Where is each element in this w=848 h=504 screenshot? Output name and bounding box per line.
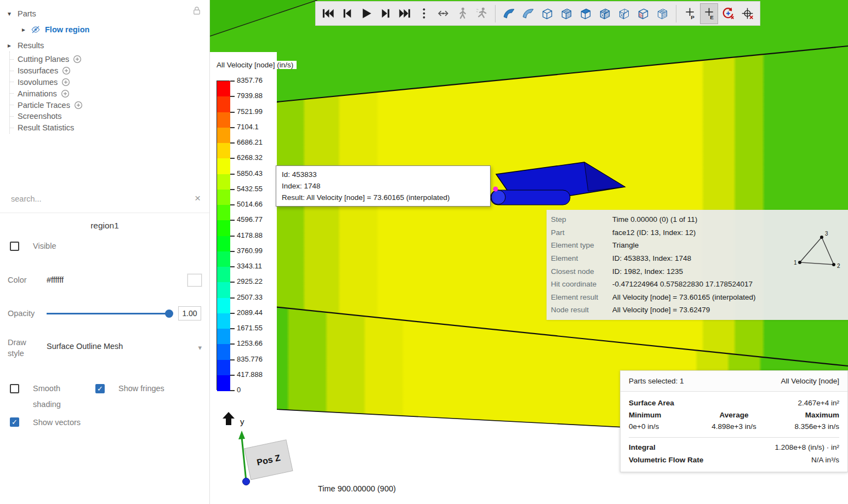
tree-item-screenshots[interactable]: Screenshots <box>10 111 209 122</box>
add-cutting-planes-button[interactable] <box>73 55 82 64</box>
svg-text:E: E <box>710 14 714 20</box>
step-forward-icon <box>379 7 392 20</box>
tree-item-particle-traces[interactable]: Particle Traces <box>10 99 209 111</box>
tree-node-parts[interactable]: ▾ Parts <box>0 7 209 20</box>
pick-element-e-button[interactable]: E <box>700 3 718 24</box>
origin-sphere <box>243 478 250 485</box>
opacity-slider-handle[interactable] <box>165 310 173 318</box>
tree-node-results[interactable]: ▸ Results <box>0 39 209 51</box>
chevron-right-icon[interactable]: ▸ <box>5 42 13 49</box>
draw-style-label: Draw style <box>8 337 47 359</box>
add-animations-button[interactable] <box>61 89 70 98</box>
tree-item-cutting-planes[interactable]: Cutting Planes <box>10 54 209 65</box>
legend-tick-mark <box>230 220 235 221</box>
toolbar-group-trace <box>434 3 491 24</box>
legend-bar <box>217 81 230 390</box>
visible-checkbox[interactable] <box>10 242 19 251</box>
pick-point-p-button[interactable]: P <box>681 3 699 24</box>
average-value: 4.898e+3 in/s <box>699 422 769 431</box>
legend-cell <box>217 128 230 144</box>
probe-label: Part <box>551 228 612 237</box>
statistics-panel: Parts selected: 1 All Velocity [node] Su… <box>620 370 848 472</box>
selected-part-title: region1 <box>0 213 209 231</box>
tree-item-label: Particle Traces <box>18 101 70 110</box>
eye-off-icon[interactable] <box>31 25 42 35</box>
tree-item-result-statistics[interactable]: Result Statistics <box>10 122 209 134</box>
show-fringes-checkbox[interactable]: ✓ <box>95 384 105 393</box>
show-vectors-row: ✓ Show vectors <box>0 415 209 430</box>
render-viewport[interactable]: PE All Velocity [node] (in/s) 8357.76793… <box>210 0 848 504</box>
legend-tick-label: 4596.77 <box>237 215 263 224</box>
view-box-cage-button[interactable] <box>653 3 671 24</box>
legend-tick-mark <box>230 359 235 360</box>
opacity-value-field[interactable]: 1.00 <box>178 306 201 320</box>
tree-item-isovolumes[interactable]: Isovolumes <box>10 77 209 88</box>
view-box-open-button[interactable] <box>538 3 556 24</box>
chevron-right-icon[interactable]: ▸ <box>20 26 27 33</box>
pick-tooltip: Id: 453833 Index: 1748 Result: All Veloc… <box>276 165 491 207</box>
add-isosurfaces-button[interactable] <box>62 66 71 75</box>
tree-item-animations[interactable]: Animations <box>10 88 209 99</box>
skip-end-button[interactable] <box>396 3 414 24</box>
show-vectors-checkbox[interactable]: ✓ <box>10 417 19 427</box>
view-flag-solid-button[interactable] <box>500 3 518 24</box>
color-swatch[interactable] <box>187 274 202 287</box>
toolbar-separator <box>495 5 496 22</box>
legend-tick-mark <box>230 189 235 190</box>
smooth-shading-label: Smooth shading <box>33 381 95 413</box>
view-box-red-mesh-button[interactable] <box>634 3 652 24</box>
lock-icon[interactable] <box>192 5 202 15</box>
view-box-cage-icon <box>656 7 669 20</box>
statistics-header: Parts selected: 1 All Velocity [node] <box>621 371 847 392</box>
draw-style-select[interactable]: Surface Outline Mesh <box>47 337 123 351</box>
tree-item-label: Screenshots <box>18 112 62 121</box>
legend-cell <box>217 375 230 391</box>
tree-node-flow-region[interactable]: ▸ Flow region <box>0 23 209 36</box>
tooltip-index: Index: 1748 <box>282 180 485 192</box>
view-flag-light-button[interactable] <box>519 3 537 24</box>
svg-text:3: 3 <box>825 231 828 237</box>
tree-item-label: Result Statistics <box>18 123 74 132</box>
legend-tick-mark <box>230 174 235 175</box>
probe-value: All Velocity [node] = 73.60165 (interpol… <box>612 293 756 301</box>
view-box-mesh-button[interactable] <box>596 3 614 24</box>
skip-start-button[interactable] <box>319 3 337 24</box>
add-isovolumes-button[interactable] <box>61 78 70 87</box>
statistics-body: Surface Area 2.467e+4 in² Minimum Averag… <box>621 392 847 472</box>
color-value-field[interactable]: #ffffff <box>47 276 64 284</box>
search-bar: × <box>0 191 209 213</box>
legend-cell <box>217 96 230 112</box>
axis-triad[interactable]: y Pos Z <box>214 393 310 492</box>
play-icon <box>360 7 373 20</box>
probe-value: ID: 453833, Index: 1748 <box>612 254 691 262</box>
play-button[interactable] <box>357 3 375 24</box>
pick-clear-button[interactable] <box>738 3 756 24</box>
opacity-label: Opacity <box>8 309 47 318</box>
view-box-solid-button[interactable] <box>577 3 595 24</box>
chevron-down-icon[interactable]: ▾ <box>198 337 202 352</box>
chevron-down-icon[interactable]: ▾ <box>5 10 13 18</box>
add-particle-traces-button[interactable] <box>74 101 83 110</box>
probe-label: Element result <box>551 293 612 301</box>
step-forward-button[interactable] <box>377 3 395 24</box>
integral-label: Integral <box>629 443 656 451</box>
person-walk-icon <box>456 7 469 20</box>
probe-row-element-result: Element resultAll Velocity [node] = 73.6… <box>547 291 848 304</box>
tree-item-isosurfaces[interactable]: Isosurfaces <box>10 65 209 77</box>
view-box-wire-button[interactable] <box>615 3 633 24</box>
person-run-button[interactable] <box>473 3 491 24</box>
search-input[interactable] <box>10 194 180 204</box>
integral-row: Integral 1.208e+8 (in/s) · in² <box>629 441 839 454</box>
y-axis-label: y <box>240 417 244 426</box>
probe-row-hit-coordinate: Hit coordinate-0.471224964 0.575822830 1… <box>547 278 848 291</box>
view-box-grid-button[interactable] <box>557 3 576 24</box>
span-horizontal-button[interactable] <box>434 3 452 24</box>
smooth-shading-checkbox[interactable] <box>10 384 19 393</box>
step-back-button[interactable] <box>338 3 356 24</box>
person-walk-button[interactable] <box>453 3 471 24</box>
kebab-button[interactable] <box>415 3 433 24</box>
close-icon[interactable]: × <box>195 193 201 203</box>
rotate-probe-button[interactable] <box>719 3 737 24</box>
opacity-slider[interactable] <box>47 309 170 318</box>
flow-rate-value: N/A in³/s <box>811 456 839 464</box>
